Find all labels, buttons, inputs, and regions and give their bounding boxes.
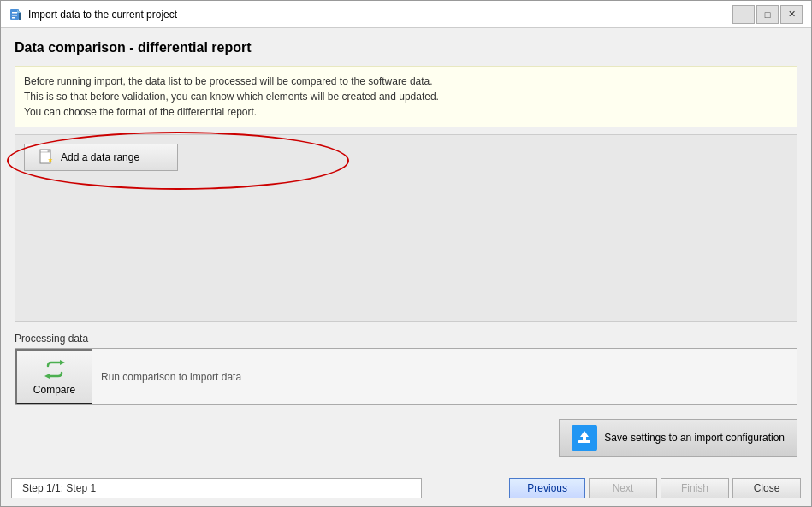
title-bar-left: Import data to the current project — [9, 8, 177, 21]
add-range-label: Add a data range — [61, 151, 139, 163]
next-button[interactable]: Next — [589, 478, 657, 498]
info-box: Before running import, the data list to … — [15, 66, 797, 127]
svg-rect-1 — [12, 12, 17, 14]
footer: Step 1/1: Step 1 Previous Next Finish Cl… — [1, 469, 811, 506]
svg-rect-3 — [12, 17, 15, 19]
info-line-3: You can choose the format of the differe… — [24, 104, 788, 120]
window-close-button[interactable]: ✕ — [780, 5, 803, 24]
info-line-2: This is so that before validation, you c… — [24, 89, 788, 104]
footer-buttons: Previous Next Finish Close — [509, 478, 801, 498]
close-button[interactable]: Close — [732, 478, 801, 498]
title-bar: Import data to the current project − □ ✕ — [1, 1, 811, 28]
processing-label: Processing data — [15, 333, 797, 345]
compare-icon — [43, 357, 67, 381]
save-settings-label: Save settings to an import configuration — [604, 432, 785, 444]
main-panel: Add a data range — [15, 134, 797, 322]
previous-button[interactable]: Previous — [509, 478, 585, 498]
title-bar-controls: − □ ✕ — [732, 5, 803, 24]
compare-label: Compare — [33, 384, 75, 396]
window-title: Import data to the current project — [28, 9, 177, 21]
info-line-1: Before running import, the data list to … — [24, 74, 788, 89]
page-heading: Data comparison - differential report — [15, 40, 797, 56]
finish-button[interactable]: Finish — [661, 478, 729, 498]
add-range-icon — [39, 149, 56, 166]
save-settings-button[interactable]: Save settings to an import configuration — [559, 419, 797, 457]
save-icon — [577, 430, 592, 445]
maximize-button[interactable]: □ — [756, 5, 779, 24]
minimize-button[interactable]: − — [732, 5, 755, 24]
main-content: Data comparison - differential report Be… — [1, 28, 811, 469]
svg-marker-5 — [17, 9, 21, 13]
compare-button[interactable]: Compare — [15, 349, 92, 404]
add-range-wrapper: Add a data range — [24, 144, 178, 171]
svg-marker-13 — [580, 431, 589, 441]
svg-marker-11 — [44, 374, 50, 379]
save-settings-row: Save settings to an import configuration — [15, 419, 797, 457]
processing-text: Run comparison to import data — [92, 349, 797, 404]
svg-rect-2 — [12, 15, 17, 16]
svg-marker-10 — [60, 360, 65, 365]
main-window: Import data to the current project − □ ✕… — [0, 0, 812, 507]
save-icon-box — [572, 425, 597, 451]
processing-section: Processing data Compare Run comparison t… — [15, 333, 797, 405]
add-data-range-button[interactable]: Add a data range — [24, 144, 178, 171]
app-icon — [9, 8, 23, 21]
step-info: Step 1/1: Step 1 — [11, 478, 422, 498]
processing-row: Compare Run comparison to import data — [15, 348, 797, 405]
